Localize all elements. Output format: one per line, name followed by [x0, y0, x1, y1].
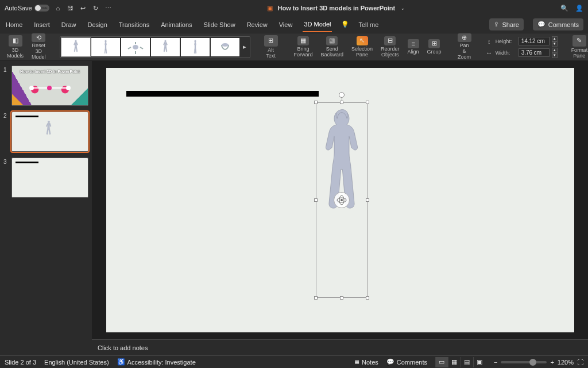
- 3d-models-button[interactable]: ◧ 3D Models: [5, 33, 26, 60]
- undo-icon[interactable]: ↩: [79, 4, 87, 12]
- group-button[interactable]: ⊞ Group: [425, 33, 444, 60]
- 3d-orbit-control[interactable]: [334, 192, 350, 208]
- tab-insert[interactable]: Insert: [33, 18, 51, 32]
- tab-3d-model[interactable]: 3D Model: [303, 17, 332, 32]
- tell-me-label[interactable]: Tell me: [358, 21, 378, 28]
- view-right[interactable]: [181, 38, 210, 56]
- tab-slideshow[interactable]: Slide Show: [203, 18, 237, 32]
- search-icon[interactable]: 🔍: [560, 4, 568, 12]
- send-backward-button[interactable]: ▧ Send Backward: [319, 33, 346, 60]
- reorder-button[interactable]: ⊟ Reorder Objects: [378, 33, 402, 60]
- tab-animations[interactable]: Animations: [160, 18, 193, 32]
- thumb-slide-2[interactable]: [11, 112, 88, 152]
- zoom-slider[interactable]: [501, 361, 547, 363]
- view-bottom[interactable]: [211, 38, 239, 56]
- thumb-1-title: How to Insert 3D in PowerPoint: [14, 70, 86, 74]
- view-front[interactable]: [61, 38, 90, 56]
- notes-icon: ≣: [354, 358, 359, 366]
- status-language[interactable]: English (United States): [44, 359, 109, 366]
- comments-icon: 💬: [386, 358, 394, 366]
- fit-to-window-button[interactable]: ⛶: [577, 359, 583, 366]
- view-side[interactable]: [91, 38, 120, 56]
- rotate-handle[interactable]: [339, 92, 345, 98]
- alt-text-label: Alt Text: [264, 48, 278, 59]
- send-backward-label: Send Backward: [321, 47, 344, 58]
- status-accessibility[interactable]: ♿ Accessibility: Investigate: [117, 358, 196, 366]
- resize-handle-r[interactable]: [366, 198, 369, 202]
- home-icon[interactable]: ⌂: [54, 4, 62, 12]
- share-button[interactable]: ⇪ Share: [489, 18, 523, 30]
- thumb-number-2: 2: [3, 112, 9, 152]
- group-label: Group: [427, 49, 442, 55]
- accessibility-icon: ♿: [117, 358, 125, 366]
- reorder-label: Reorder Objects: [381, 47, 400, 58]
- title-dropdown-icon[interactable]: ⌄: [399, 4, 407, 12]
- 3d-model-object[interactable]: [316, 102, 368, 298]
- resize-handle-bl[interactable]: [314, 296, 318, 300]
- view-normal-button[interactable]: ▭: [435, 357, 448, 367]
- reset-3d-button[interactable]: ⟲ Reset 3D Model: [29, 33, 48, 60]
- bring-forward-button[interactable]: ▦ Bring Forward: [292, 33, 315, 60]
- format-pane-button[interactable]: ✎ Format Pane: [569, 33, 588, 60]
- slide-canvas[interactable]: [106, 68, 574, 332]
- tab-design[interactable]: Design: [87, 18, 109, 32]
- autosave-state: OFF: [41, 6, 48, 10]
- title-placeholder-bar[interactable]: [126, 91, 319, 97]
- selection-pane-button[interactable]: ↖ Selection Pane: [349, 33, 375, 60]
- slide-thumbnails: 1 How to Insert 3D in PowerPoint 2 3: [0, 61, 92, 355]
- width-stepper[interactable]: ▲▼: [552, 48, 558, 58]
- resize-handle-tr[interactable]: [366, 101, 369, 104]
- thumb-slide-1[interactable]: How to Insert 3D in PowerPoint: [11, 66, 88, 106]
- comments-icon: 💬: [537, 21, 546, 28]
- tell-me-icon[interactable]: 💡: [341, 21, 349, 29]
- pan-zoom-button[interactable]: ⊕ Pan & Zoom: [455, 33, 474, 60]
- more-icon[interactable]: ⋯: [105, 4, 113, 12]
- resize-handle-l[interactable]: [314, 198, 318, 202]
- selection-pane-label: Selection Pane: [351, 47, 373, 58]
- tab-transitions[interactable]: Transitions: [118, 18, 150, 32]
- save-icon[interactable]: 🖫: [67, 4, 75, 12]
- align-button[interactable]: ≡ Align: [405, 33, 421, 60]
- zoom-level[interactable]: 120%: [558, 359, 574, 366]
- format-pane-label: Format Pane: [571, 48, 588, 59]
- resize-handle-b[interactable]: [340, 296, 343, 300]
- height-input[interactable]: [519, 37, 550, 45]
- view-back[interactable]: [151, 38, 180, 56]
- tab-view[interactable]: View: [278, 18, 294, 32]
- redo-icon[interactable]: ↻: [92, 4, 100, 12]
- resize-handle-br[interactable]: [366, 296, 369, 300]
- svg-point-4: [341, 199, 343, 201]
- view-reading-button[interactable]: ▤: [461, 357, 473, 367]
- bring-forward-icon: ▦: [297, 36, 309, 45]
- gallery-more-icon[interactable]: ▸: [241, 38, 249, 56]
- view-sorter-button[interactable]: ▦: [448, 357, 461, 367]
- height-icon: ↕: [485, 37, 493, 45]
- status-notes-button[interactable]: ≣ Notes: [354, 358, 378, 366]
- status-comments-button[interactable]: 💬 Comments: [386, 358, 427, 366]
- alt-text-button[interactable]: ⊞ Alt Text: [262, 33, 280, 60]
- tab-review[interactable]: Review: [246, 18, 269, 32]
- tab-draw[interactable]: Draw: [60, 18, 78, 32]
- pan-zoom-label: Pan & Zoom: [458, 43, 471, 60]
- send-backward-icon: ▧: [326, 36, 338, 45]
- height-stepper[interactable]: ▲▼: [552, 36, 558, 47]
- account-icon[interactable]: 👤: [575, 4, 583, 12]
- zoom-in-button[interactable]: +: [550, 359, 554, 366]
- thumb-number-1: 1: [3, 66, 9, 106]
- thumb-number-3: 3: [3, 158, 9, 198]
- resize-handle-tl[interactable]: [314, 101, 318, 104]
- tab-home[interactable]: Home: [5, 18, 24, 32]
- share-label: Share: [502, 21, 519, 28]
- view-top[interactable]: [121, 38, 150, 56]
- zoom-out-button[interactable]: −: [494, 359, 497, 366]
- document-title: How to Insert 3D models in PowerPoint: [277, 5, 395, 12]
- notes-placeholder: Click to add notes: [98, 344, 148, 351]
- cube-icon: ◧: [9, 35, 22, 47]
- comments-button[interactable]: 💬 Comments: [533, 18, 583, 30]
- thumb-slide-3[interactable]: [11, 158, 88, 198]
- autosave-toggle[interactable]: OFF: [34, 5, 49, 12]
- view-slideshow-button[interactable]: ▣: [473, 357, 486, 367]
- width-input[interactable]: [519, 48, 550, 57]
- status-comments-label: Comments: [397, 359, 427, 366]
- notes-pane[interactable]: Click to add notes: [92, 339, 588, 355]
